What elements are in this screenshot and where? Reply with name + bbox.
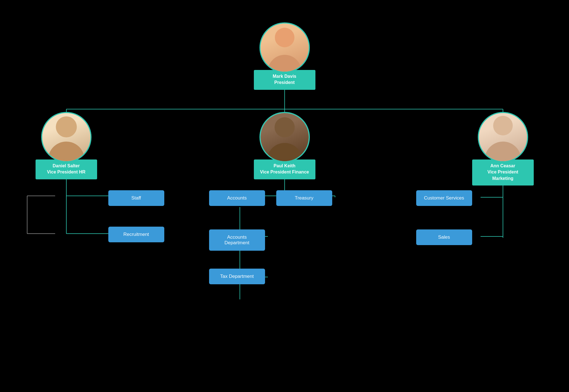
dept-recruitment-label: Recruitment: [123, 232, 149, 237]
vp-left-label: Daniel Salter Vice President HR: [36, 159, 97, 179]
vp-right-name: Ann Ceasar: [490, 163, 515, 168]
top-person-title: President: [274, 80, 295, 85]
vp-right-card: Ann Ceasar Vice President Marketing: [472, 112, 534, 186]
dept-accounts[interactable]: Accounts: [209, 190, 265, 206]
vp-right-title: Vice President Marketing: [488, 170, 518, 180]
dept-tax-department[interactable]: Tax Department: [209, 269, 265, 284]
dept-sales[interactable]: Sales: [416, 229, 472, 245]
dept-tax-dept-label: Tax Department: [220, 274, 254, 279]
dept-customer-services-label: Customer Services: [424, 195, 464, 201]
vp-left-name: Daniel Salter: [53, 163, 80, 168]
org-chart: Mark Davis President Daniel Salter Vice …: [2, 6, 567, 392]
top-person-card: Mark Davis President: [254, 22, 315, 90]
dept-treasury[interactable]: Treasury: [276, 190, 332, 206]
dept-accounts-label: Accounts: [227, 195, 247, 201]
chart-container: Mark Davis President Daniel Salter Vice …: [19, 17, 551, 381]
dept-sales-label: Sales: [438, 234, 450, 240]
dept-staff[interactable]: Staff: [108, 190, 164, 206]
dept-recruitment[interactable]: Recruitment: [108, 227, 164, 242]
avatar-daniel: [41, 112, 92, 162]
dept-staff-label: Staff: [131, 195, 141, 201]
avatar-mark-davis: [259, 22, 310, 73]
dept-accounts-dept-label: Accounts Department: [224, 234, 249, 245]
top-person-label: Mark Davis President: [254, 70, 315, 90]
top-person-name: Mark Davis: [273, 74, 296, 79]
avatar-paul: [259, 112, 310, 162]
vp-center-title: Vice President Finance: [260, 170, 309, 174]
dept-treasury-label: Treasury: [295, 195, 313, 201]
vp-left-title: Vice President HR: [47, 170, 86, 174]
avatar-face-ann: [479, 113, 527, 161]
vp-center-label: Paul Keith Vice President Finance: [254, 159, 315, 179]
avatar-face-mark: [261, 24, 309, 72]
avatar-ann: [478, 112, 528, 162]
vp-right-label: Ann Ceasar Vice President Marketing: [472, 159, 534, 186]
vp-left-card: Daniel Salter Vice President HR: [36, 112, 97, 179]
vp-center-name: Paul Keith: [273, 163, 295, 168]
dept-customer-services[interactable]: Customer Services: [416, 190, 472, 206]
avatar-face-paul: [261, 113, 309, 161]
vp-center-card: Paul Keith Vice President Finance: [254, 112, 315, 179]
avatar-face-daniel: [42, 113, 90, 161]
dept-accounts-department[interactable]: Accounts Department: [209, 229, 265, 251]
